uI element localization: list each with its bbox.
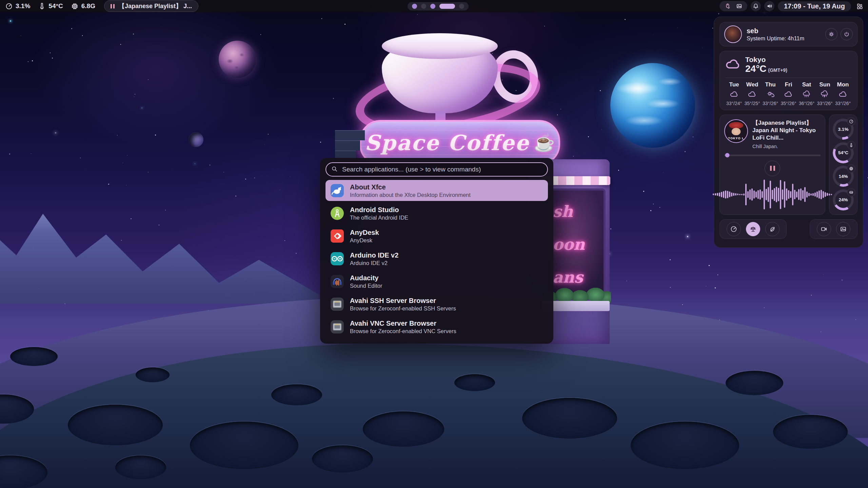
forecast-weather-icon [784, 90, 793, 98]
divider [725, 78, 852, 78]
visualizer-bar [786, 188, 787, 201]
visualizer-bar [776, 187, 777, 202]
clock[interactable]: 17:09 - Tue, 19 Aug [778, 1, 851, 11]
pause-button[interactable] [765, 161, 780, 176]
visualizer-bar [800, 188, 802, 201]
performance-mode-icon[interactable] [727, 222, 741, 236]
app-row[interactable]: Audacity Sound Editor [326, 271, 548, 292]
visualizer-bar [774, 188, 775, 201]
visualizer-bar [810, 194, 812, 196]
app-description: Browse for Zeroconf-enabled SSH Servers [350, 305, 456, 312]
app-row[interactable]: Arduino IDE v2 Arduino IDE v2 [326, 248, 548, 269]
avatar[interactable] [724, 25, 742, 43]
app-description: AnyDesk [350, 237, 379, 244]
workspace-dot[interactable] [421, 4, 426, 9]
kvm-tray-icon[interactable] [725, 3, 731, 9]
visualizer-bar [782, 189, 783, 200]
screenshot-icon[interactable] [836, 222, 850, 236]
visualizer-bar [827, 193, 828, 196]
visualizer-bar [737, 194, 738, 195]
app-row[interactable]: About Xfce Information about the Xfce De… [326, 180, 548, 201]
small-planet [189, 132, 203, 147]
power-profile-group [719, 219, 787, 239]
track-artist: Chill Japan. [752, 144, 821, 149]
settings-gear-icon[interactable] [825, 28, 837, 40]
workspace-dot[interactable] [430, 4, 435, 9]
stat-value: 54°C [48, 2, 63, 10]
screenshot-tray-icon[interactable] [736, 3, 742, 9]
sidebar-panel: seb System Uptime: 4h11m Tokyo 24°C(GMT+… [714, 17, 863, 248]
app-icon [330, 274, 345, 289]
purple-planet [219, 41, 256, 78]
visualizer-bar [818, 190, 820, 199]
media-tray-pill[interactable]: 【Japanese Playlist】 J... [104, 0, 198, 12]
workspace-dot[interactable] [439, 4, 455, 9]
forecast-day-label: Thu [765, 81, 775, 88]
progress-handle[interactable] [725, 153, 729, 158]
volume-icon[interactable] [764, 1, 774, 11]
visualizer-bar [768, 187, 769, 202]
app-launcher: About Xfce Information about the Xfce De… [320, 158, 553, 344]
power-icon[interactable] [841, 28, 853, 40]
user-name: seb [747, 27, 804, 35]
media-player-widget: TOKYO L 【Japanese Playlist】 Japan All Ni… [719, 115, 825, 215]
window-neon-text: sh [553, 204, 604, 219]
forecast-weather-icon [730, 90, 739, 98]
album-art[interactable]: TOKYO L [724, 119, 748, 143]
workspace-dot[interactable] [412, 4, 417, 9]
visualizer-bar [829, 194, 830, 196]
gauge-icon [847, 141, 855, 149]
app-icon [330, 297, 345, 312]
forecast-weather-icon [839, 90, 848, 98]
app-row[interactable]: Android Studio The official Android IDE [326, 203, 548, 224]
visualizer-bar [821, 190, 822, 199]
visualizer-bar [788, 190, 789, 199]
powersave-mode-icon[interactable] [765, 222, 780, 236]
visualizer-bar [715, 193, 716, 196]
media-pill-label: 【Japanese Playlist】 J... [119, 2, 192, 10]
forecast-weather-icon [802, 90, 811, 98]
window-neon-text: oon [553, 237, 604, 252]
app-description: Arduino IDE v2 [350, 260, 398, 267]
forecast-temps: 35°/26° [781, 101, 796, 106]
visualizer-bar [723, 191, 724, 198]
weather-cloud-icon [725, 58, 741, 72]
visualizer-bar [743, 194, 745, 196]
forecast-day-label: Sat [802, 81, 811, 88]
visualizer-bar [717, 193, 718, 196]
stat-icon [71, 3, 78, 10]
app-grid-icon[interactable] [854, 1, 865, 11]
visualizer-bar [713, 194, 714, 195]
app-row[interactable]: Avahi VNC Server Browser Browse for Zero… [326, 316, 548, 337]
visualizer-bar [798, 189, 800, 200]
forecast-temps: 36°/26° [799, 101, 814, 106]
balanced-mode-icon[interactable] [746, 222, 760, 236]
user-card: seb System Uptime: 4h11m [719, 22, 857, 46]
notifications-bell-icon[interactable] [751, 1, 761, 11]
workspace-dot[interactable] [459, 4, 464, 9]
gauge: 24% [833, 189, 854, 210]
forecast-day: Tue 33°/24° [725, 81, 743, 106]
earth-planet [610, 63, 695, 148]
coffee-cup-rim [382, 33, 498, 59]
weather-timezone: (GMT+9) [768, 67, 787, 73]
album-art-text: TOKYO L [725, 137, 747, 140]
workspace-switcher[interactable] [408, 2, 469, 11]
visualizer-bar [725, 190, 726, 199]
app-row[interactable]: AnyDesk AnyDesk [326, 225, 548, 246]
visualizer-bar [733, 193, 734, 196]
search-bar[interactable] [326, 162, 548, 177]
system-stats: 3.1% 54°C 6.8G [5, 2, 95, 10]
app-row[interactable]: Avahi SSH Server Browser Browse for Zero… [326, 293, 548, 314]
progress-bar[interactable] [724, 155, 821, 156]
forecast-day-label: Fri [785, 81, 792, 88]
search-input[interactable] [341, 165, 542, 174]
visualizer-bar [739, 194, 741, 195]
app-icon [330, 228, 345, 244]
forecast-temps: 33°/26° [763, 101, 778, 106]
screen-record-icon[interactable] [817, 222, 831, 236]
stat-icon [5, 3, 13, 10]
app-name: Android Studio [350, 205, 408, 214]
visualizer-bar [760, 189, 761, 200]
forecast-day-label: Mon [837, 81, 849, 88]
